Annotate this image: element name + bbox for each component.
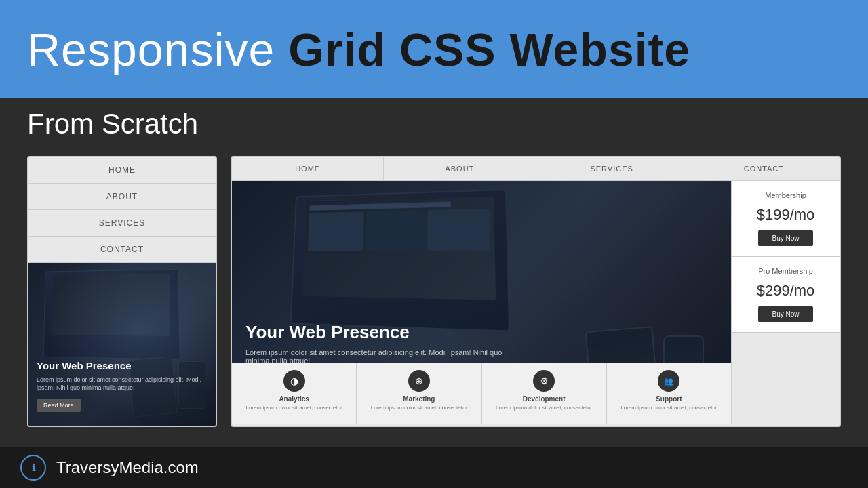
mobile-read-more-button[interactable]: Read More (37, 399, 81, 412)
marketing-desc: Lorem ipsum dolor sit amet, consectetur (362, 405, 475, 411)
feature-support: 👥 Support Lorem ipsum dolor sit amet, co… (607, 363, 731, 424)
mobile-nav-about[interactable]: ABOUT (28, 184, 216, 210)
pro-membership-buy-button[interactable]: Buy Now (758, 306, 812, 322)
support-desc: Lorem ipsum dolor sit amet, consectetur (612, 405, 726, 411)
subtitle: From Scratch (27, 108, 198, 140)
mobile-hero: Your Web Presence Lorem ipsum dolor sit … (28, 263, 216, 427)
analytics-icon: ◑ (283, 370, 305, 392)
membership-title: Membership (740, 191, 831, 199)
subtitle-row: From Scratch (0, 98, 868, 149)
desktop-hero-title: Your Web Presence (245, 322, 517, 343)
analytics-title: Analytics (237, 395, 351, 403)
mobile-mockup: HOME ABOUT SERVICES CONTACT Your Web Pre… (27, 156, 217, 427)
pro-membership-price: $299/mo (740, 282, 831, 300)
marketing-title: Marketing (362, 395, 475, 403)
membership-buy-button[interactable]: Buy Now (758, 230, 812, 246)
title-part1: Responsive (27, 24, 288, 75)
membership-price: $199/mo (740, 206, 831, 224)
support-icon: 👥 (658, 370, 679, 392)
marketing-icon: ⊕ (408, 370, 430, 392)
desktop-features: ◑ Analytics Lorem ipsum dolor sit amet, … (232, 363, 731, 424)
top-banner: Responsive Grid CSS Website (0, 0, 868, 98)
desktop-nav-home[interactable]: HOME (232, 157, 384, 180)
brand-suffix: .com (163, 458, 199, 476)
brand-name: TraversyMedia (56, 458, 163, 476)
sidebar-card-pro-membership: Pro Membership $299/mo Buy Now (732, 257, 840, 333)
mobile-hero-text: Your Web Presence Lorem ipsum dolor sit … (37, 360, 208, 412)
bottom-bar: ℹ TraversyMedia.com (0, 447, 868, 488)
main-content: HOME ABOUT SERVICES CONTACT Your Web Pre… (0, 149, 868, 447)
mobile-hero-title: Your Web Presence (37, 360, 208, 371)
main-title: Responsive Grid CSS Website (27, 23, 690, 76)
desktop-mockup: HOME ABOUT SERVICES CONTACT (231, 156, 841, 427)
development-title: Development (488, 395, 601, 403)
feature-analytics: ◑ Analytics Lorem ipsum dolor sit amet, … (232, 363, 357, 424)
desktop-nav-about[interactable]: ABOUT (384, 157, 536, 180)
mobile-nav-contact[interactable]: CONTACT (28, 237, 216, 263)
analytics-desc: Lorem ipsum dolor sit amet, consectetur (237, 405, 351, 411)
development-desc: Lorem ipsum dolor sit amet, consectetur (488, 405, 601, 411)
mobile-nav: HOME ABOUT SERVICES CONTACT (28, 157, 216, 263)
desktop-nav: HOME ABOUT SERVICES CONTACT (232, 157, 840, 181)
desktop-hero-area: Your Web Presence Lorem ipsum dolor sit … (232, 181, 731, 424)
development-icon: ⚙ (533, 370, 555, 392)
pro-membership-title: Pro Membership (740, 267, 831, 275)
mobile-nav-services[interactable]: SERVICES (28, 210, 216, 237)
mobile-hero-desc: Lorem ipsum dolor sit amet consectetur a… (37, 375, 208, 392)
feature-marketing: ⊕ Marketing Lorem ipsum dolor sit amet, … (357, 363, 481, 424)
mobile-nav-home[interactable]: HOME (28, 157, 216, 184)
desktop-nav-services[interactable]: SERVICES (536, 157, 688, 180)
feature-development: ⚙ Development Lorem ipsum dolor sit amet… (482, 363, 607, 424)
desktop-nav-contact[interactable]: CONTACT (688, 157, 840, 180)
traversy-media-logo: ℹ (20, 455, 46, 481)
title-part2: Grid CSS Website (288, 24, 690, 75)
support-title: Support (612, 395, 726, 403)
logo-symbol: ℹ (32, 462, 35, 473)
brand-name-text: TraversyMedia.com (56, 458, 199, 477)
desktop-main: Your Web Presence Lorem ipsum dolor sit … (232, 181, 840, 424)
sidebar-card-membership: Membership $199/mo Buy Now (732, 181, 840, 257)
desktop-sidebar: Membership $199/mo Buy Now Pro Membershi… (731, 181, 840, 424)
